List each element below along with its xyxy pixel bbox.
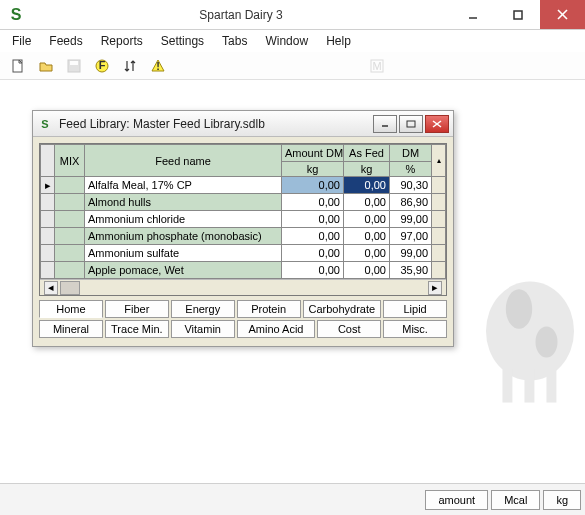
cell-asfed[interactable]: 0,00 bbox=[344, 211, 390, 228]
scroll-left-button[interactable]: ◂ bbox=[44, 281, 58, 295]
tab-energy[interactable]: Energy bbox=[171, 300, 235, 318]
feed-library-window: S Feed Library: Master Feed Library.sdlb… bbox=[32, 110, 454, 347]
svg-rect-18 bbox=[525, 370, 535, 403]
cell-mix[interactable] bbox=[55, 228, 85, 245]
col-mix[interactable]: MIX bbox=[55, 145, 85, 177]
cell-asfed[interactable]: 0,00 bbox=[344, 262, 390, 279]
svg-rect-1 bbox=[514, 11, 522, 19]
col-dm[interactable]: DM bbox=[390, 145, 432, 162]
save-icon bbox=[64, 56, 84, 76]
cell-asfed[interactable]: 0,00 bbox=[344, 245, 390, 262]
tab-lipid[interactable]: Lipid bbox=[383, 300, 447, 318]
menu-feeds[interactable]: Feeds bbox=[41, 32, 90, 50]
table-row[interactable]: Ammonium sulfate0,000,0099,00 bbox=[41, 245, 446, 262]
menu-reports[interactable]: Reports bbox=[93, 32, 151, 50]
hscrollbar[interactable]: ◂ ▸ bbox=[40, 279, 446, 295]
menu-tabs[interactable]: Tabs bbox=[214, 32, 255, 50]
cell-amount[interactable]: 0,00 bbox=[282, 211, 344, 228]
menu-file[interactable]: File bbox=[4, 32, 39, 50]
tab-vitamin[interactable]: Vitamin bbox=[171, 320, 235, 338]
tab-cost[interactable]: Cost bbox=[317, 320, 381, 338]
new-icon[interactable] bbox=[8, 56, 28, 76]
status-kg-button[interactable]: kg bbox=[543, 490, 581, 510]
cell-asfed[interactable]: 0,00 bbox=[344, 194, 390, 211]
tab-carbohydrate[interactable]: Carbohydrate bbox=[303, 300, 382, 318]
cell-amount[interactable]: 0,00 bbox=[282, 177, 344, 194]
cell-amount[interactable]: 0,00 bbox=[282, 245, 344, 262]
table-row[interactable]: Almond hulls0,000,0086,90 bbox=[41, 194, 446, 211]
child-window-controls bbox=[373, 115, 449, 133]
svg-point-16 bbox=[536, 327, 558, 358]
feed-table[interactable]: MIX Feed name Amount DM As Fed DM ▴ kg k… bbox=[40, 144, 446, 279]
tab-tracemin[interactable]: Trace Min. bbox=[105, 320, 169, 338]
tab-fiber[interactable]: Fiber bbox=[105, 300, 169, 318]
table-row[interactable]: Ammonium phosphate (monobasic)0,000,0097… bbox=[41, 228, 446, 245]
tabs-area: Home Fiber Energy Protein Carbohydrate L… bbox=[33, 298, 453, 346]
cell-amount[interactable]: 0,00 bbox=[282, 194, 344, 211]
maximize-button[interactable] bbox=[495, 0, 540, 29]
cell-feedname[interactable]: Apple pomace, Wet bbox=[85, 262, 282, 279]
vscroll-track[interactable] bbox=[432, 262, 446, 279]
col-asfed-unit: kg bbox=[344, 162, 390, 177]
vscroll-track[interactable] bbox=[432, 211, 446, 228]
table-row[interactable]: Ammonium chloride0,000,0099,00 bbox=[41, 211, 446, 228]
app-logo-icon: S bbox=[6, 5, 26, 25]
tab-protein[interactable]: Protein bbox=[237, 300, 301, 318]
feed-icon[interactable]: F bbox=[92, 56, 112, 76]
menu-settings[interactable]: Settings bbox=[153, 32, 212, 50]
cell-feedname[interactable]: Alfalfa Meal, 17% CP bbox=[85, 177, 282, 194]
sort-icon[interactable] bbox=[120, 56, 140, 76]
col-feedname[interactable]: Feed name bbox=[85, 145, 282, 177]
minimize-button[interactable] bbox=[450, 0, 495, 29]
cell-dm[interactable]: 97,00 bbox=[390, 228, 432, 245]
cell-mix[interactable] bbox=[55, 245, 85, 262]
close-button[interactable] bbox=[540, 0, 585, 29]
cell-feedname[interactable]: Ammonium phosphate (monobasic) bbox=[85, 228, 282, 245]
tab-aminoacid[interactable]: Amino Acid bbox=[237, 320, 316, 338]
status-amount-button[interactable]: amount bbox=[425, 490, 488, 510]
scroll-right-button[interactable]: ▸ bbox=[428, 281, 442, 295]
menu-help[interactable]: Help bbox=[318, 32, 359, 50]
vscroll-track[interactable] bbox=[432, 228, 446, 245]
cell-asfed[interactable]: 0,00 bbox=[344, 228, 390, 245]
cell-mix[interactable] bbox=[55, 194, 85, 211]
cell-dm[interactable]: 86,90 bbox=[390, 194, 432, 211]
tab-mineral[interactable]: Mineral bbox=[39, 320, 103, 338]
cell-amount[interactable]: 0,00 bbox=[282, 262, 344, 279]
vscroll-track[interactable] bbox=[432, 194, 446, 211]
scroll-track[interactable] bbox=[60, 281, 426, 295]
vscroll-track[interactable] bbox=[432, 245, 446, 262]
col-amount[interactable]: Amount DM bbox=[282, 145, 344, 162]
vscroll-up[interactable]: ▴ bbox=[432, 145, 446, 177]
col-asfed[interactable]: As Fed bbox=[344, 145, 390, 162]
child-minimize-button[interactable] bbox=[373, 115, 397, 133]
status-mcal-button[interactable]: Mcal bbox=[491, 490, 540, 510]
svg-text:M: M bbox=[372, 60, 381, 72]
cell-dm[interactable]: 35,90 bbox=[390, 262, 432, 279]
row-marker bbox=[41, 262, 55, 279]
vscroll-track[interactable] bbox=[432, 177, 446, 194]
warning-icon[interactable]: ! bbox=[148, 56, 168, 76]
cell-feedname[interactable]: Almond hulls bbox=[85, 194, 282, 211]
table-row[interactable]: Apple pomace, Wet0,000,0035,90 bbox=[41, 262, 446, 279]
corner-cell bbox=[41, 145, 55, 177]
tab-home[interactable]: Home bbox=[39, 300, 103, 318]
menu-window[interactable]: Window bbox=[257, 32, 316, 50]
cell-mix[interactable] bbox=[55, 262, 85, 279]
scroll-thumb[interactable] bbox=[60, 281, 80, 295]
cell-feedname[interactable]: Ammonium sulfate bbox=[85, 245, 282, 262]
child-close-button[interactable] bbox=[425, 115, 449, 133]
row-marker bbox=[41, 211, 55, 228]
tab-misc[interactable]: Misc. bbox=[383, 320, 447, 338]
cell-dm[interactable]: 99,00 bbox=[390, 245, 432, 262]
child-maximize-button[interactable] bbox=[399, 115, 423, 133]
cell-mix[interactable] bbox=[55, 211, 85, 228]
cell-amount[interactable]: 0,00 bbox=[282, 228, 344, 245]
open-icon[interactable] bbox=[36, 56, 56, 76]
table-row[interactable]: ▸Alfalfa Meal, 17% CP0,000,0090,30 bbox=[41, 177, 446, 194]
cell-asfed[interactable]: 0,00 bbox=[344, 177, 390, 194]
cell-mix[interactable] bbox=[55, 177, 85, 194]
cell-feedname[interactable]: Ammonium chloride bbox=[85, 211, 282, 228]
cell-dm[interactable]: 90,30 bbox=[390, 177, 432, 194]
cell-dm[interactable]: 99,00 bbox=[390, 211, 432, 228]
